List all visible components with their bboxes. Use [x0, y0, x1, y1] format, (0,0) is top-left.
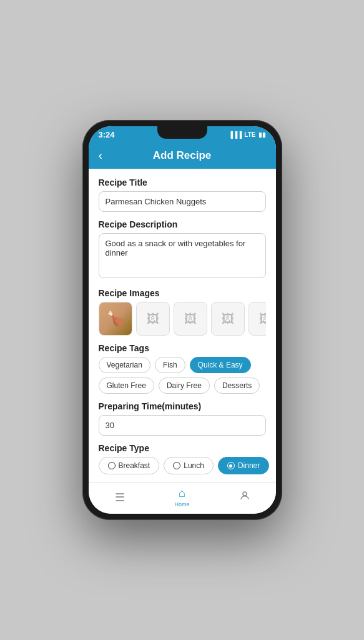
add-image-icon-2: 🖼 [147, 312, 159, 326]
recipe-title-label: Recipe Title [99, 178, 266, 188]
tag-fish[interactable]: Fish [155, 357, 185, 373]
nav-list[interactable]: ☰ [89, 491, 151, 504]
list-icon: ☰ [115, 491, 125, 504]
phone-notch [157, 126, 207, 139]
recipe-images-row: 🍗 🖼 🖼 🖼 🖼 [99, 302, 266, 336]
dinner-label: Dinner [238, 461, 260, 470]
food-image: 🍗 [99, 302, 132, 336]
tag-quick-easy[interactable]: Quick & Easy [190, 357, 251, 373]
status-time: 3:24 [99, 130, 115, 139]
add-image-icon-5: 🖼 [259, 312, 266, 326]
add-image-icon-3: 🖼 [184, 312, 197, 326]
nav-profile[interactable] [214, 490, 276, 504]
image-thumb-4[interactable]: 🖼 [211, 302, 245, 336]
form-content: Recipe Title Recipe Description Good as … [89, 169, 276, 482]
home-icon: ⌂ [179, 487, 185, 500]
back-button[interactable]: ‹ [99, 148, 103, 162]
recipe-title-input[interactable] [99, 191, 266, 212]
status-icons: ▐▐▐ LTE ▮▮ [229, 131, 265, 138]
recipe-description-label: Recipe Description [99, 219, 266, 229]
tag-gluten-free[interactable]: Gluten Free [99, 378, 154, 394]
type-dinner[interactable]: Dinner [218, 457, 269, 474]
tag-desserts[interactable]: Desserts [214, 378, 260, 394]
recipe-tags-label: Recipe Tags [99, 343, 266, 353]
image-thumb-1[interactable]: 🍗 [99, 302, 132, 336]
lunch-radio [173, 462, 180, 469]
svg-point-0 [243, 492, 247, 496]
bottom-nav: ☰ ⌂ Home [89, 482, 276, 514]
preparing-time-input[interactable] [99, 415, 266, 436]
recipe-description-input[interactable]: Good as a snack or with vegetables for d… [99, 233, 266, 278]
phone-screen: 3:24 ▐▐▐ LTE ▮▮ ‹ Add Recipe Recipe Titl… [89, 126, 276, 514]
tags-row: Vegetarian Fish Quick & Easy Gluten Free… [99, 357, 266, 394]
tag-vegetarian[interactable]: Vegetarian [99, 357, 150, 373]
nav-home[interactable]: ⌂ Home [151, 487, 214, 508]
phone-frame: 3:24 ▐▐▐ LTE ▮▮ ‹ Add Recipe Recipe Titl… [82, 120, 282, 520]
page-title: Add Recipe [153, 149, 212, 162]
preparing-time-label: Preparing Time(minutes) [99, 401, 266, 411]
breakfast-radio [108, 462, 116, 469]
tag-dairy-free[interactable]: Dairy Free [159, 378, 210, 394]
recipe-images-label: Recipe Images [99, 288, 266, 298]
dinner-radio [227, 462, 235, 469]
type-breakfast[interactable]: Breakfast [99, 457, 160, 474]
add-image-icon-4: 🖼 [222, 312, 234, 326]
image-thumb-3[interactable]: 🖼 [174, 302, 207, 336]
image-thumb-2[interactable]: 🖼 [136, 302, 170, 336]
lunch-label: Lunch [184, 461, 204, 470]
type-lunch[interactable]: Lunch [164, 457, 214, 474]
app-header: ‹ Add Recipe [89, 142, 276, 169]
profile-icon [239, 490, 250, 504]
recipe-type-label: Recipe Type [99, 443, 266, 453]
recipe-type-row: Breakfast Lunch Dinner [99, 457, 266, 474]
battery-icon: ▮▮ [258, 131, 266, 138]
home-label: Home [174, 501, 189, 508]
image-thumb-5[interactable]: 🖼 [248, 302, 266, 336]
breakfast-label: Breakfast [119, 461, 150, 470]
network-type: LTE [244, 131, 255, 138]
signal-icon: ▐▐▐ [229, 131, 242, 138]
